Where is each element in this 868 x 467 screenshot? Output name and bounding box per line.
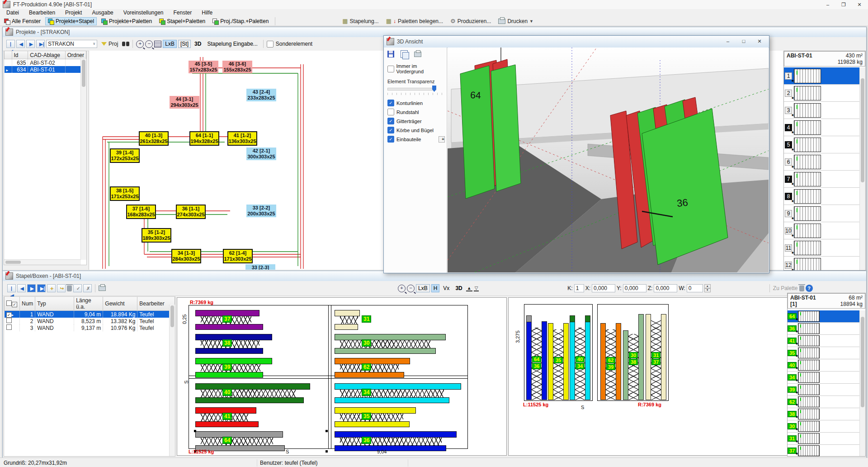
element-pair[interactable]: 40 34 <box>570 321 590 400</box>
element-stack[interactable]: 31 <box>335 310 466 330</box>
window-filter-button[interactable]: Proj./Stap.+Paletten <box>210 17 271 25</box>
element-pair[interactable]: 30 38 <box>623 314 644 400</box>
sonderelement-checkbox[interactable]: Sonderelement <box>267 41 312 48</box>
zoom-out-icon[interactable]: − <box>407 285 415 292</box>
align-bottom-icon[interactable]: ▲ <box>466 286 472 291</box>
element-label[interactable]: 44 [3-1]294x303x25 <box>170 96 199 109</box>
print-icon[interactable] <box>414 52 421 57</box>
align-top-icon[interactable]: ▽ <box>474 286 479 291</box>
element-label[interactable]: 39 [1-4]172x253x25 <box>110 148 140 163</box>
stack-row[interactable]: 7 * <box>784 171 860 188</box>
cancel-button[interactable]: ✗ <box>83 284 92 292</box>
element-row[interactable]: 64 * <box>788 310 860 323</box>
element-label[interactable]: 64 [1-1]194x328x25 <box>189 131 219 146</box>
element-label[interactable]: 37 [1-6]168x283x25 <box>126 205 156 219</box>
last-record-button[interactable]: ▶| <box>37 284 46 292</box>
row-checkbox[interactable] <box>6 312 12 318</box>
stack-row[interactable]: 4 * <box>784 119 860 136</box>
toggle-h[interactable]: H <box>431 284 440 292</box>
viewport-3d[interactable]: 64 36 <box>448 48 769 273</box>
stack-row[interactable]: 6 * <box>784 153 860 171</box>
element-stack[interactable]: 40 <box>195 383 326 403</box>
toggle-3d[interactable]: 3D <box>192 40 203 48</box>
element-label[interactable]: 41 [1-2]136x303x25 <box>227 131 257 146</box>
window-filter-button[interactable]: Projekte+Paletten <box>99 17 155 25</box>
stack-record-row[interactable]: 2 WAND 8,523 m 13.382 Kg Teufel <box>5 318 175 324</box>
column-header[interactable]: Id <box>12 51 28 59</box>
element-pair[interactable]: 62 39 <box>600 323 621 400</box>
maximize-button[interactable]: □ <box>736 37 751 45</box>
stack-row[interactable]: 8 * <box>784 188 860 205</box>
element-stack[interactable]: 34 <box>335 383 466 403</box>
element-stack[interactable]: 64 <box>195 431 326 451</box>
transparency-slider[interactable] <box>387 86 436 92</box>
vertical-scrollbar[interactable] <box>859 67 865 270</box>
prev-record-button[interactable]: ◀ <box>16 40 25 48</box>
element-row[interactable]: 37 * <box>788 445 860 456</box>
element-stack[interactable]: 41 <box>195 407 326 427</box>
element-row[interactable]: 40 * <box>788 359 860 372</box>
element-row[interactable]: 34 * <box>788 372 860 384</box>
column-header[interactable]: Num <box>20 297 35 311</box>
element-pair[interactable]: 31 37 <box>646 314 666 400</box>
element-stack[interactable]: 39 <box>195 358 326 378</box>
copy-icon[interactable] <box>401 50 408 58</box>
element-label[interactable]: 42 [2-1]300x303x25 <box>246 148 276 160</box>
ansicht-3d-title-bar[interactable]: 3D Ansicht – □ ✕ <box>384 36 769 48</box>
element-stack[interactable]: 37 <box>195 310 326 330</box>
stack-row[interactable]: 10 * <box>784 222 860 239</box>
column-header[interactable] <box>5 51 12 59</box>
column-header[interactable]: Typ <box>35 297 74 311</box>
vertical-scrollbar[interactable] <box>859 310 865 456</box>
confirm-button[interactable]: ✓ <box>73 284 82 292</box>
element-row[interactable]: 35 * <box>788 347 860 359</box>
element-stack[interactable]: 36 <box>335 431 466 451</box>
option-checkbox[interactable]: Einbauteile <box>387 136 444 143</box>
delete-icon[interactable] <box>799 286 804 291</box>
element-row[interactable]: 30 * <box>788 420 860 433</box>
produzieren-button[interactable]: ⚙ Produzieren... <box>448 17 494 25</box>
element-label[interactable]: 40 [1-3]261x328x25 <box>139 131 169 146</box>
menu-item[interactable]: Datei <box>2 9 24 16</box>
minimize-button[interactable]: – <box>820 0 835 9</box>
zu-palette-button[interactable]: Zu Palette <box>773 285 798 291</box>
option-checkbox[interactable]: Rundstahl <box>387 109 444 115</box>
menu-item[interactable]: Fenster <box>169 9 197 16</box>
zoom-out-icon[interactable]: − <box>145 40 153 48</box>
k-field[interactable]: 1 <box>574 284 584 292</box>
project-row[interactable]: 634 ABI-ST-01 <box>5 66 86 73</box>
element-label[interactable]: 33 [2-3] <box>245 264 275 270</box>
row-checkbox[interactable] <box>6 318 12 323</box>
add-option-button[interactable]: + <box>439 136 445 143</box>
first-record-button[interactable]: |◀ <box>6 40 15 48</box>
maximize-button[interactable]: ❐ <box>836 0 851 9</box>
window-filter-button[interactable]: Stapel+Paletten <box>156 17 208 25</box>
next-record-button[interactable]: ▶ <box>26 40 35 48</box>
toggle-3d[interactable]: 3D <box>453 284 464 292</box>
proj-filter-button[interactable]: Proj <box>99 40 121 48</box>
menu-item[interactable]: Ausgabe <box>87 9 118 16</box>
stack-row[interactable]: 3 * <box>784 102 860 119</box>
element-label[interactable]: 33 [2-2]200x303x25 <box>246 205 276 217</box>
element-label[interactable]: 34 [1-3]284x303x25 <box>171 249 201 263</box>
element-stack[interactable]: 35 <box>335 407 466 427</box>
stapelung-eingabe-button[interactable]: Stapelung Eingabe... <box>205 40 259 48</box>
element-pair[interactable]: 64 36 <box>526 321 547 400</box>
save-icon[interactable] <box>387 51 394 57</box>
menu-item[interactable]: Voreinstellungen <box>119 9 168 16</box>
element-row[interactable]: 39 * <box>788 384 860 396</box>
column-header[interactable] <box>5 297 20 311</box>
option-checkbox[interactable]: Gitterträger <box>387 118 444 124</box>
stack-row[interactable]: 9 * <box>784 205 860 222</box>
menu-item[interactable]: Projekt <box>61 9 86 16</box>
zoom-in-icon[interactable]: + <box>398 285 406 292</box>
minimize-button[interactable]: – <box>720 37 736 45</box>
close-button[interactable]: ✕ <box>752 37 767 45</box>
x-field[interactable]: 0,000 <box>592 284 615 292</box>
first-record-button[interactable]: |◀ <box>7 284 16 292</box>
delete-icon[interactable] <box>67 286 72 291</box>
element-row[interactable]: 36 * <box>788 323 860 335</box>
element-row[interactable]: 31 * <box>788 433 860 445</box>
row-checkbox[interactable] <box>6 324 12 330</box>
column-header[interactable]: Länge ü.a. <box>74 297 103 311</box>
